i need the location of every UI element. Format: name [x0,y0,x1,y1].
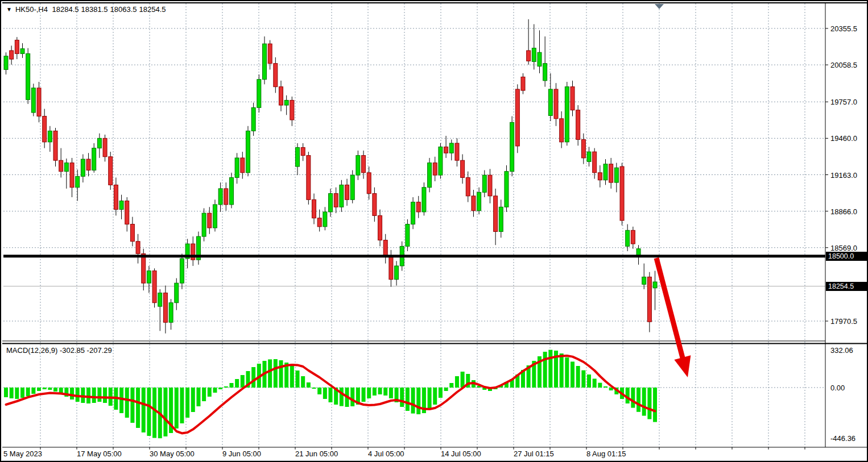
candlestick [411,202,415,224]
time-axis-label[interactable]: 9 Jun 05:00 [222,449,261,458]
candlestick [527,51,531,61]
time-axis-label[interactable]: 30 May 05:00 [150,449,195,458]
macd-histogram-bar [312,388,316,389]
macd-histogram-bar [416,388,420,414]
macd-histogram-bar [340,388,344,406]
macd-histogram-bar [455,376,459,388]
candlestick [119,201,123,209]
candlestick [251,107,255,131]
candlestick [362,156,366,173]
candlestick [229,177,233,205]
macd-histogram-bar [130,388,134,423]
time-axis-label[interactable]: 17 May 05:00 [77,449,122,458]
macd-histogram-bar [389,388,393,398]
macd-histogram-bar [317,388,321,394]
candlestick [158,293,162,306]
candlestick [202,213,206,236]
ohlc-high: 18381.5 [81,5,108,14]
candlestick [268,44,272,64]
macd-histogram-bar [274,359,278,388]
candlestick [31,88,35,113]
time-axis-label[interactable]: 21 Jun 05:00 [295,449,338,458]
candlestick [262,44,266,80]
candlestick [581,140,585,158]
price-axis-label: 20355.5 [830,24,857,33]
macd-histogram-bar [92,388,96,403]
candlestick [472,196,476,211]
candlestick [152,271,156,303]
macd-histogram-bar [543,352,547,388]
candlestick [213,205,217,228]
macd-histogram-bar [642,388,646,416]
candlestick [367,173,371,194]
macd-histogram-bar [439,388,443,398]
bar-position-marker[interactable] [655,4,664,9]
macd-histogram-bar [323,388,327,399]
candlestick [345,185,349,199]
candlestick [334,194,338,207]
candlestick [290,100,294,120]
candlestick [257,80,261,108]
candlestick [538,52,542,66]
macd-histogram-bar [367,388,371,398]
candlestick [81,159,85,176]
symbol-dropdown-icon: ▼ [6,6,12,13]
candlestick [565,87,569,142]
macd-histogram-bar [185,388,189,418]
candlestick [64,163,68,172]
candlestick [136,242,140,254]
price-tag: 18254.5 [826,282,868,291]
candlestick [103,138,107,156]
macd-histogram-bar [290,366,294,388]
candlestick [180,259,184,283]
ohlc-low: 18063.5 [110,5,137,14]
time-axis-label[interactable]: 4 Jul 05:00 [368,449,404,458]
candlestick [4,56,8,70]
candlestick [614,168,618,182]
macd-histogram-bar [373,388,377,396]
macd-histogram-bar [10,388,14,398]
candlestick [620,167,624,220]
candlestick [92,148,96,170]
chart-canvas[interactable] [1,1,868,462]
macd-histogram-bar [48,388,52,390]
trend-arrow-shaft[interactable] [656,258,683,361]
macd-histogram-bar [103,388,107,403]
price-axis-label: 17970.5 [830,317,857,326]
macd-histogram-bar [296,371,300,388]
macd-histogram-bar [235,379,239,388]
macd-histogram-bar [251,367,255,388]
macd-histogram-bar [647,388,651,419]
candlestick [279,87,283,105]
candlestick [86,159,90,170]
candlestick [284,100,288,105]
macd-histogram-bar [461,372,465,388]
macd-histogram-bar [15,388,19,399]
candlestick [604,164,607,180]
macd-histogram-bar [444,388,448,391]
candlestick [631,230,635,244]
candlestick [455,143,459,160]
candlestick [488,175,492,196]
time-axis-label[interactable]: 8 Aug 01:15 [586,449,626,458]
candlestick [208,213,212,228]
time-axis-label[interactable]: 14 Jul 05:00 [441,449,481,458]
candlestick [598,173,602,180]
macd-histogram-bar [636,388,640,412]
symbol-timeframe: HK50-,H4 [15,5,48,14]
macd-histogram-bar [548,350,552,388]
time-axis-label[interactable]: 27 Jul 01:15 [514,449,554,458]
candlestick [532,48,536,62]
macd-histogram-bar [191,388,195,412]
macd-histogram-bar [70,388,74,399]
price-axis-label: 19163.0 [830,170,857,179]
macd-histogram-bar [163,388,167,436]
candlestick [307,156,311,200]
trend-arrow-head[interactable] [674,355,691,377]
candlestick [317,218,321,227]
candlestick [15,40,19,54]
macd-histogram-bar [86,388,90,403]
time-axis-label[interactable]: 5 May 2023 [3,449,42,458]
candlestick [444,147,448,153]
macd-histogram-bar [20,388,24,398]
